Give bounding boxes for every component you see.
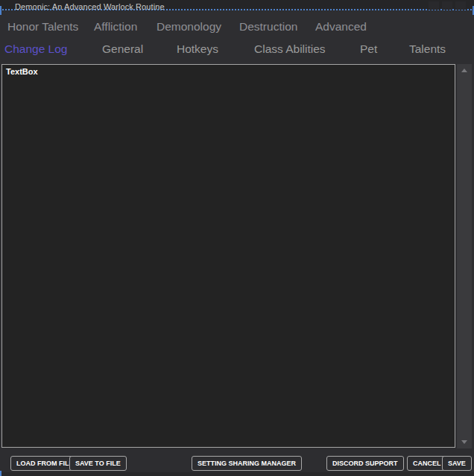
tab-talents[interactable]: Talents <box>409 42 446 56</box>
tab-demonology[interactable]: Demonology <box>157 20 221 34</box>
window-bottom-edge <box>0 472 474 476</box>
tab-change-log[interactable]: Change Log <box>4 42 67 56</box>
tab-honor-talents[interactable]: Honor Talents <box>7 20 78 34</box>
scroll-down-icon[interactable] <box>461 440 467 444</box>
vertical-scrollbar[interactable] <box>457 64 472 448</box>
scroll-up-icon[interactable] <box>461 69 467 72</box>
tab-general[interactable]: General <box>102 42 143 56</box>
focus-rect-bottom-left-edge <box>0 471 1 476</box>
footer-bar: LOAD FROM FILE SAVE TO FILE SETTING SHAR… <box>0 448 474 476</box>
tab-destruction[interactable]: Destruction <box>239 20 297 34</box>
discord-support-button[interactable]: DISCORD SUPPORT <box>326 456 404 471</box>
tab-hotkeys[interactable]: Hotkeys <box>177 42 218 56</box>
tab-advanced[interactable]: Advanced <box>315 20 367 34</box>
save-button[interactable]: SAVE <box>442 456 472 471</box>
title-bar[interactable]: Demonic: An Advanced Warlock Routine <box>0 0 474 15</box>
tab-class-abilities[interactable]: Class Abilities <box>254 42 326 56</box>
focus-rect-left-edge <box>0 6 1 15</box>
tab-affliction[interactable]: Affliction <box>94 20 137 34</box>
tab-pet[interactable]: Pet <box>360 42 377 56</box>
changelog-textbox[interactable]: TextBox <box>1 64 455 448</box>
close-button[interactable] <box>455 1 466 10</box>
setting-sharing-manager-button[interactable]: SETTING SHARING MANAGER <box>192 456 302 471</box>
save-to-file-button[interactable]: SAVE TO FILE <box>69 456 127 471</box>
window-title: Demonic: An Advanced Warlock Routine <box>15 2 165 11</box>
maximize-button[interactable] <box>442 1 452 10</box>
app-window: Demonic: An Advanced Warlock Routine Hon… <box>0 0 474 476</box>
cancel-button[interactable]: CANCEL <box>407 456 447 471</box>
minimize-button[interactable] <box>429 1 439 10</box>
